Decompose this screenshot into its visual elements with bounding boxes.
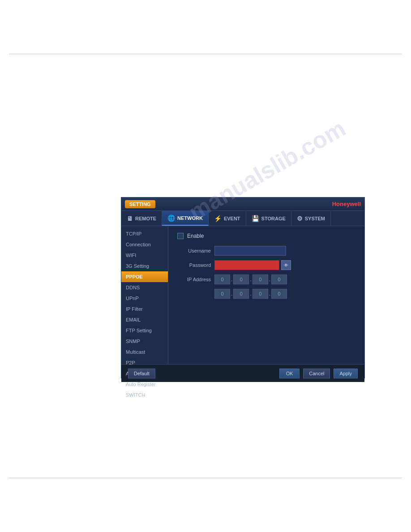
bottom-line — [9, 478, 402, 478]
username-input[interactable] — [214, 246, 286, 256]
ip-address-group2: . . . — [214, 289, 287, 299]
ip-address-group1: . . . — [214, 275, 287, 284]
tabs-row: 🖥 REMOTE 🌐 NETWORK ⚡ EVENT 💾 STORAGE ⚙ S… — [121, 211, 364, 226]
sidebar-item-pppoe[interactable]: PPPOE — [121, 271, 168, 282]
password-label: Password — [177, 262, 211, 268]
sidebar-item-ddns[interactable]: DDNS — [121, 282, 168, 293]
sidebar-item-3g[interactable]: 3G Setting — [121, 261, 168, 271]
sidebar-item-switch[interactable]: SWITCH — [121, 390, 168, 400]
sidebar-item-p2p[interactable]: P2P — [121, 357, 168, 368]
sidebar-item-ftp[interactable]: FTP Setting — [121, 325, 168, 336]
event-icon: ⚡ — [214, 215, 222, 222]
sidebar: TCP/IP Connection WIFI 3G Setting PPPOE … — [121, 226, 168, 364]
ip1-octet2[interactable] — [233, 275, 249, 284]
brand-label: Honeywell — [332, 201, 361, 207]
password-row: Password 👁 — [177, 260, 355, 270]
storage-icon: 💾 — [252, 215, 259, 222]
ip1-octet3[interactable] — [253, 275, 268, 284]
content-area: TCP/IP Connection WIFI 3G Setting PPPOE … — [121, 226, 364, 364]
ip-address-label: IP Address — [177, 277, 211, 282]
ip1-dot3: . — [269, 276, 270, 283]
ip2-octet3[interactable] — [253, 289, 268, 299]
ip1-octet1[interactable] — [214, 275, 230, 284]
ip2-dot1: . — [231, 291, 232, 297]
username-label: Username — [177, 248, 211, 253]
sidebar-item-tcpip[interactable]: TCP/IP — [121, 228, 168, 239]
ip2-dot3: . — [269, 291, 270, 297]
enable-row: Enable — [177, 233, 355, 239]
settings-dialog: SETTING Honeywell 🖥 REMOTE 🌐 NETWORK ⚡ E… — [121, 197, 365, 378]
tab-remote[interactable]: 🖥 REMOTE — [121, 211, 162, 226]
ip-address-row: IP Address . . . — [177, 275, 355, 284]
tab-event[interactable]: ⚡ EVENT — [209, 211, 246, 226]
enable-label: Enable — [187, 233, 204, 239]
setting-badge: SETTING — [125, 200, 155, 208]
remote-icon: 🖥 — [127, 215, 133, 222]
ip2-octet2[interactable] — [233, 289, 249, 299]
ip1-octet4[interactable] — [271, 275, 287, 284]
ok-button[interactable]: OK — [279, 369, 300, 378]
tab-network-label: NETWORK — [177, 215, 203, 221]
ip1-dot1: . — [231, 276, 232, 283]
ip1-dot2: . — [250, 276, 251, 283]
ip2-dot2: . — [250, 291, 251, 297]
password-input-group: 👁 — [214, 260, 291, 270]
default-button[interactable]: Default — [128, 369, 155, 378]
eye-icon: 👁 — [284, 263, 288, 268]
ip2-octet4[interactable] — [271, 289, 287, 299]
sidebar-item-email[interactable]: EMAIL — [121, 314, 168, 325]
cancel-button[interactable]: Cancel — [303, 369, 330, 378]
username-row: Username — [177, 246, 355, 256]
apply-button[interactable]: Apply — [334, 369, 358, 378]
top-line — [9, 54, 402, 54]
tab-event-label: EVENT — [224, 216, 240, 221]
tab-system[interactable]: ⚙ SYSTEM — [291, 211, 331, 226]
network-icon: 🌐 — [167, 215, 175, 222]
enable-checkbox[interactable] — [177, 233, 184, 239]
dialog-titlebar: SETTING Honeywell — [121, 197, 364, 211]
sidebar-item-multicast[interactable]: Multicast — [121, 347, 168, 357]
sidebar-item-upnp[interactable]: UPnP — [121, 293, 168, 304]
tab-system-label: SYSTEM — [305, 216, 325, 221]
ip2-octet1[interactable] — [214, 289, 230, 299]
tab-storage[interactable]: 💾 STORAGE — [246, 211, 291, 226]
sidebar-item-wifi[interactable]: WIFI — [121, 250, 168, 261]
eye-button[interactable]: 👁 — [281, 260, 291, 270]
page-wrapper: manualslib.com SETTING Honeywell 🖥 REMOT… — [0, 0, 411, 532]
system-icon: ⚙ — [297, 215, 303, 222]
sidebar-item-auto-register[interactable]: Auto Register — [121, 379, 168, 390]
tab-storage-label: STORAGE — [261, 216, 286, 221]
tab-network[interactable]: 🌐 NETWORK — [162, 211, 209, 226]
ip-address-row2: . . . — [177, 289, 355, 299]
sidebar-item-connection[interactable]: Connection — [121, 239, 168, 250]
sidebar-item-ip-filter[interactable]: IP Filter — [121, 304, 168, 314]
main-panel: Enable Username Password 👁 — [168, 226, 364, 364]
password-input[interactable] — [214, 260, 279, 270]
sidebar-item-snmp[interactable]: SNMP — [121, 336, 168, 347]
tab-remote-label: REMOTE — [135, 216, 156, 221]
